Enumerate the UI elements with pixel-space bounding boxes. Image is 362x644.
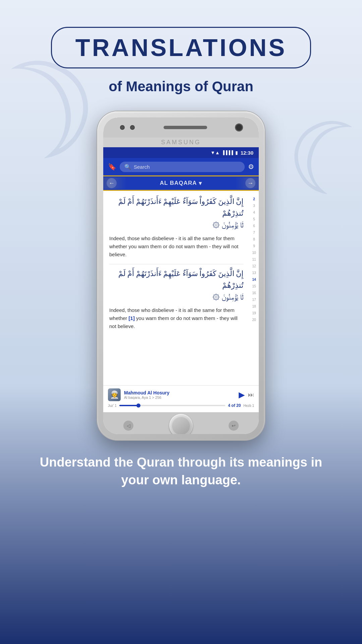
speaker-bar	[164, 126, 207, 129]
page-header: TRANSLATIONS of Meanings of Quran	[0, 0, 362, 105]
verse-num-7: 7	[249, 229, 259, 236]
player-info: Mahmoud Al Hosury Al baqara, Aya 1 > 256	[124, 390, 235, 399]
verse-num-14: 14	[249, 276, 259, 283]
juz-label: Juz' 1	[108, 404, 117, 408]
bookmark-icon[interactable]: 🔖	[108, 163, 116, 171]
status-bar: ▼▲ ▐▐▐▐ ▮ 12:30	[103, 147, 259, 158]
time-display: 12:30	[241, 150, 253, 156]
signal-icon: ▐▐▐▐	[222, 150, 233, 155]
verse-num-18: 18	[249, 303, 259, 310]
player-surah-info: Al baqara, Aya 1 > 256	[124, 395, 235, 399]
samsung-label: SAMSUNG	[103, 138, 259, 147]
verse-num-4: 4	[249, 209, 259, 216]
home-button-inner	[172, 416, 190, 434]
verse-num-9: 9	[249, 243, 259, 249]
main-title: TRANSLATIONS	[75, 34, 287, 61]
content-area: إِنَّ الَّذِينَ كَفَرُواْ سَوَآءٌ عَلَيْ…	[103, 191, 259, 385]
phone-top-bar	[103, 117, 259, 138]
screen: ▼▲ ▐▐▐▐ ▮ 12:30 🔖 🔍 Search ⚙	[103, 147, 259, 412]
play-button[interactable]: ▶	[239, 390, 245, 399]
verse-num-12: 12	[249, 263, 259, 269]
verse-num-11: 11	[249, 256, 259, 263]
reciter-name: Mahmoud Al Hosury	[124, 390, 235, 395]
arabic-verse-2: إِنَّ الَّذِينَ كَفَرُواْ سَوَآءٌ عَلَيْ…	[109, 268, 243, 303]
verse-num-5: 5	[249, 216, 259, 222]
subtitle: of Meanings of Quran	[13, 78, 349, 95]
camera-front	[236, 124, 242, 130]
search-icon: 🔍	[124, 164, 131, 170]
hezb-label: Hezb 1	[243, 404, 254, 408]
surah-name[interactable]: AL BAQARA ▾	[160, 180, 202, 187]
home-button[interactable]	[169, 414, 193, 434]
verse-num-13: 13	[249, 269, 259, 276]
back-button[interactable]: ◁	[123, 421, 133, 431]
nav-bar: 🔖 🔍 Search ⚙	[103, 158, 259, 175]
verse-num-20: 20	[249, 316, 259, 323]
player-top: 👳 Mahmoud Al Hosury Al baqara, Aya 1 > 2…	[108, 388, 254, 401]
phone-cameras	[120, 125, 135, 130]
verse-num-2: 2	[249, 196, 259, 202]
verse-num-17: 17	[249, 296, 259, 303]
main-content: إِنَّ الَّذِينَ كَفَرُواْ سَوَآءٌ عَلَيْ…	[103, 191, 249, 385]
camera-dot-left	[120, 125, 125, 130]
title-badge: TRANSLATIONS	[51, 27, 311, 68]
progress-row: Juz' 1 4 of 20 Hezb 1	[108, 403, 254, 408]
battery-icon: ▮	[235, 150, 238, 155]
progress-dot	[136, 404, 140, 408]
verse-num-15: 15	[249, 283, 259, 289]
verse-num-19: 19	[249, 310, 259, 316]
reciter-avatar: 👳	[108, 388, 121, 401]
verse-num-16: 16	[249, 289, 259, 296]
arabic-verse-1: إِنَّ الَّذِينَ كَفَرُواْ سَوَآءٌ عَلَيْ…	[109, 196, 243, 231]
phone-outer: SAMSUNG ▼▲ ▐▐▐▐ ▮ 12:30 🔖 🔍	[97, 111, 265, 440]
verse-num-3: 3	[249, 202, 259, 209]
phone-bottom: ◁ ↩	[103, 412, 259, 434]
status-icons: ▼▲ ▐▐▐▐ ▮	[210, 150, 238, 155]
surah-nav: ← AL BAQARA ▾ →	[103, 175, 259, 191]
translation-verse-1: Indeed, those who disbelieve - it is all…	[109, 234, 243, 259]
settings-icon[interactable]: ⚙	[248, 163, 254, 171]
bottom-tagline: Understand the Quran through its meaning…	[27, 453, 335, 489]
verse-num-8: 8	[249, 236, 259, 243]
bottom-text-area: Understand the Quran through its meaning…	[0, 440, 362, 509]
skip-button[interactable]: ⏭	[248, 391, 254, 398]
verse-num-10: 10	[249, 249, 259, 256]
page-indicator: 4 of 20	[228, 403, 241, 408]
progress-bar[interactable]	[119, 405, 225, 406]
verse-num-6: 6	[249, 222, 259, 229]
divider	[109, 264, 243, 264]
phone-inner: SAMSUNG ▼▲ ▐▐▐▐ ▮ 12:30 🔖 🔍	[103, 117, 259, 434]
translation-verse-2: Indeed, those who disbelieve - it is all…	[109, 306, 243, 330]
camera-dot-right	[130, 125, 135, 130]
chevron-down-icon: ▾	[199, 180, 202, 187]
wifi-icon: ▼▲	[210, 150, 220, 155]
phone-mockup: SAMSUNG ▼▲ ▐▐▐▐ ▮ 12:30 🔖 🔍	[0, 111, 362, 440]
search-box[interactable]: 🔍 Search	[120, 162, 245, 172]
next-surah-button[interactable]: →	[245, 178, 255, 188]
audio-player: 👳 Mahmoud Al Hosury Al baqara, Aya 1 > 2…	[103, 385, 259, 412]
recent-apps-button[interactable]: ↩	[229, 421, 239, 431]
prev-surah-button[interactable]: ←	[107, 178, 117, 188]
search-placeholder: Search	[134, 164, 150, 170]
verse-numbers-sidebar: 2 3 4 5 6 7 8 9 10 11 12 13 14 15	[249, 191, 259, 385]
